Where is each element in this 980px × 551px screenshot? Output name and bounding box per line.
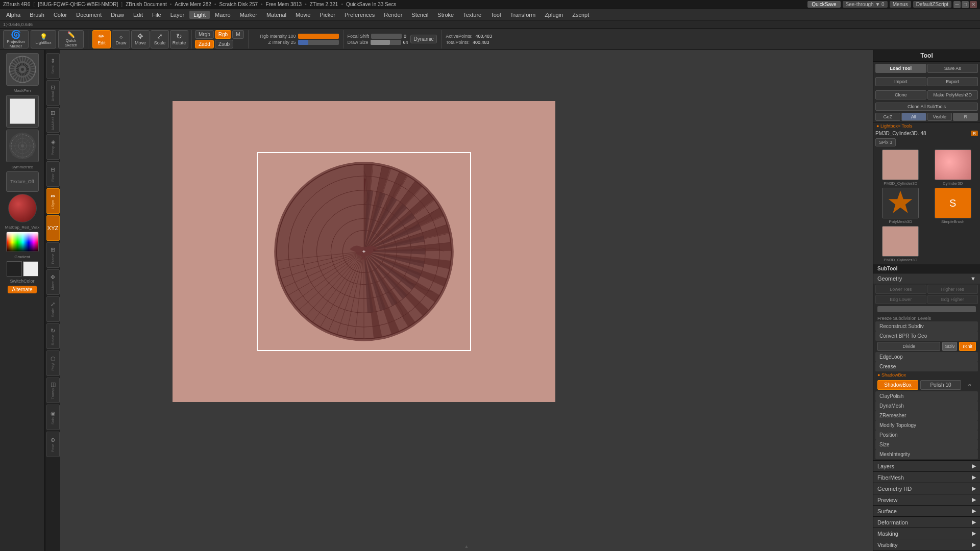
visible-button[interactable]: Visible — [927, 113, 952, 121]
clone-button[interactable]: Clone — [875, 90, 926, 99]
lsym-button[interactable]: ⇔ LSym — [46, 188, 60, 214]
polish-button[interactable]: Polish 10 — [920, 380, 961, 390]
menu-macro[interactable]: Macro — [211, 11, 235, 19]
size-button[interactable]: Size — [875, 440, 978, 449]
menu-tool[interactable]: Tool — [486, 11, 505, 19]
clay-polish-button[interactable]: ClayPolish — [875, 391, 978, 401]
m-button[interactable]: M — [232, 30, 243, 39]
fibermesh-title[interactable]: FiberMesh ▶ — [873, 472, 980, 483]
import-button[interactable]: Import — [875, 77, 926, 86]
edge-lower-button[interactable]: Edg Lower — [875, 295, 926, 304]
default-zscript-button[interactable]: DefaultZScript — [913, 1, 951, 8]
clone-all-subtools-button[interactable]: Clone All SubTools — [875, 103, 978, 111]
thumb-cylinder3d[interactable]: Cylinder3D — [928, 149, 978, 186]
menu-stroke[interactable]: Stroke — [433, 11, 458, 19]
texture-off-button[interactable]: Texture_Off — [6, 171, 39, 192]
alternate-button[interactable]: Alternate — [8, 286, 36, 293]
actual-button[interactable]: ⊡ Actual — [46, 80, 60, 106]
transp-button[interactable]: ◫ Transp — [46, 378, 60, 403]
menu-color[interactable]: Color — [50, 11, 71, 19]
move-button[interactable]: ✥ Move — [131, 30, 150, 48]
convert-bpr-button[interactable]: Convert BPR To Geo — [875, 331, 978, 341]
freeze-subdiv-slider[interactable] — [877, 306, 976, 312]
menu-stencil[interactable]: Stencil — [407, 11, 432, 19]
thumb-simplebrush[interactable]: S SimpleBrush — [928, 188, 978, 224]
brush-preview[interactable] — [6, 53, 39, 86]
seethrough-button[interactable]: See-through ▼ 0 — [843, 1, 888, 8]
position-button[interactable]: Position — [875, 430, 978, 440]
divide-button[interactable]: Divide — [877, 342, 940, 351]
deformation-title[interactable]: Deformation ▶ — [873, 517, 980, 528]
menus-button[interactable]: Menus — [890, 1, 911, 8]
square-tool-thumb[interactable] — [6, 95, 39, 128]
make-polymesh3d-button[interactable]: Make PolyMesh3D — [927, 90, 978, 99]
load-tool-button[interactable]: Load Tool — [875, 64, 926, 73]
draw-size-slider[interactable] — [371, 40, 401, 45]
maximize-button[interactable]: □ — [962, 1, 969, 8]
dyna-mesh-button[interactable]: DynaMesh — [875, 401, 978, 411]
menu-light[interactable]: Light — [189, 11, 210, 19]
xyz-button[interactable]: XYZ — [46, 215, 60, 241]
menu-edit[interactable]: Edit — [129, 11, 147, 19]
scroll-button[interactable]: ⇕ Scroll — [46, 53, 60, 79]
surface-title[interactable]: Surface ▶ — [873, 506, 980, 516]
visibility-title[interactable]: Visibility ▶ — [873, 539, 980, 550]
zsub-button[interactable]: Zsub — [215, 40, 233, 48]
modify-topology-button[interactable]: Modify Topology — [875, 420, 978, 430]
menu-draw[interactable]: Draw — [107, 11, 128, 19]
menu-layer[interactable]: Layer — [166, 11, 189, 19]
draw-mode-button[interactable]: ⬦ Draw — [112, 30, 130, 48]
minimize-button[interactable]: ─ — [953, 1, 961, 8]
menu-zscript[interactable]: Zscript — [568, 11, 593, 19]
move-tool-button[interactable]: ✥ Move — [46, 269, 60, 295]
menu-preferences[interactable]: Preferences — [340, 11, 379, 19]
foreground-swatch[interactable] — [7, 261, 22, 277]
menu-file[interactable]: File — [148, 11, 165, 19]
aaahalf-button[interactable]: ⊞ AAAHalf — [46, 107, 60, 133]
geometry-title[interactable]: Geometry ▼ — [873, 273, 980, 284]
menu-brush[interactable]: Brush — [26, 11, 48, 19]
zremesher-button[interactable]: ZRemesher — [875, 411, 978, 420]
mrgb-button[interactable]: Mrgb — [195, 30, 214, 39]
polyf-button[interactable]: ⬡ Polyf — [46, 350, 60, 376]
floor-button[interactable]: ⊟ Floor — [46, 161, 60, 187]
material-sphere[interactable] — [8, 194, 37, 222]
mesh-integrity-button[interactable]: MeshIntegrity — [875, 449, 978, 459]
gradient-box[interactable] — [6, 232, 39, 252]
rotate-tool-button[interactable]: ↻ Rotate — [46, 323, 60, 349]
preview-title[interactable]: Preview ▶ — [873, 494, 980, 505]
dynamic-button[interactable]: Dynamic — [410, 35, 437, 43]
menu-transform[interactable]: Transform — [506, 11, 540, 19]
polish-toggle[interactable]: ○ — [963, 382, 976, 388]
thumb-pm3d-cylinder[interactable]: PM3D_Cylinder3D — [875, 149, 926, 186]
scale-button[interactable]: ⤢ Scale — [151, 30, 169, 48]
rknit-button[interactable]: rKnit — [959, 342, 976, 351]
close-button[interactable]: ✕ — [970, 1, 977, 8]
higher-res-button[interactable]: Higher Res — [927, 285, 978, 294]
zadd-button[interactable]: Zadd — [195, 40, 214, 48]
crease-button[interactable]: Crease — [875, 362, 978, 371]
export-button[interactable]: Export — [927, 77, 978, 86]
draw-button[interactable]: ✏ Edit — [92, 30, 111, 48]
menu-material[interactable]: Material — [262, 11, 290, 19]
layers-title[interactable]: Layers ▶ — [873, 461, 980, 471]
all-button[interactable]: All — [901, 113, 926, 121]
r-button[interactable]: R — [953, 113, 978, 121]
save-as-button[interactable]: Save As — [927, 64, 978, 73]
masking-title[interactable]: Masking ▶ — [873, 528, 980, 539]
rgb-intensity-slider[interactable] — [298, 34, 339, 39]
menu-movie[interactable]: Movie — [291, 11, 314, 19]
shadowbox-button[interactable]: ShadowBox — [877, 380, 918, 390]
focal-shift-slider[interactable] — [371, 34, 402, 39]
rgb-button[interactable]: Rgb — [215, 30, 231, 39]
rotate-button[interactable]: ↻ Rotate — [170, 30, 188, 48]
sdiv-button[interactable]: SDiv — [942, 342, 957, 351]
menu-marker[interactable]: Marker — [236, 11, 261, 19]
z-intensity-slider[interactable] — [298, 40, 339, 45]
thumb-polymesh3d[interactable]: PolyMesh3D — [875, 188, 926, 224]
menu-zplugin[interactable]: Zplugin — [541, 11, 567, 19]
geometry-hd-title[interactable]: Geometry HD ▶ — [873, 483, 980, 494]
reconstruct-subdiv-button[interactable]: Reconstruct Subdiv — [875, 321, 978, 331]
persp-button[interactable]: ◈ Persp — [46, 134, 60, 160]
mandala-brush-thumb[interactable] — [6, 130, 39, 162]
